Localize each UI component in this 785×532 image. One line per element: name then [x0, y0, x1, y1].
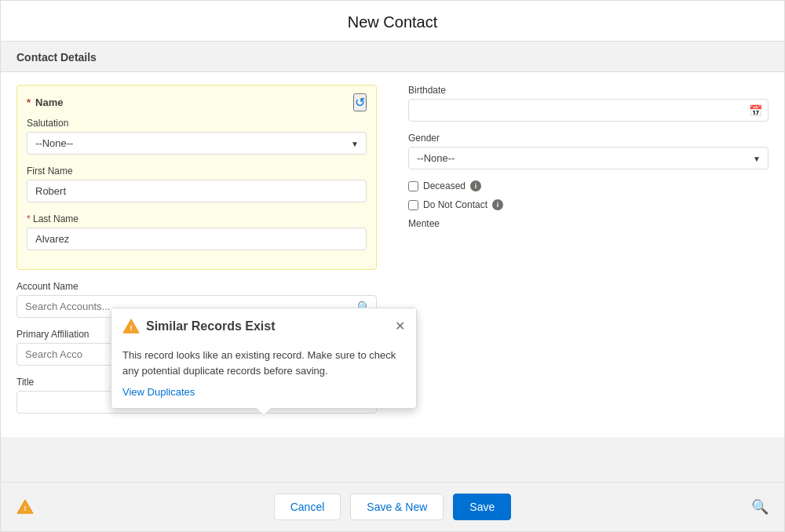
mentee-field: Mentee: [408, 218, 769, 229]
gender-select[interactable]: --None-- Male Female Non-Binary Other: [408, 147, 769, 169]
birthdate-label: Birthdate: [408, 85, 769, 96]
salutation-select-wrapper: --None-- Mr. Ms. Mrs. Dr. Prof.: [27, 132, 367, 155]
first-name-label: First Name: [27, 166, 367, 177]
undo-button[interactable]: ↺: [353, 93, 367, 111]
account-name-label: Account Name: [16, 281, 377, 292]
salutation-field: Salutation --None-- Mr. Ms. Mrs. Dr. Pro…: [27, 118, 367, 155]
duplicate-popup: ! Similar Records Exist ✕ This record lo…: [111, 308, 417, 409]
popup-close-button[interactable]: ✕: [395, 320, 405, 333]
svg-text:!: !: [24, 505, 26, 512]
salutation-select[interactable]: --None-- Mr. Ms. Mrs. Dr. Prof.: [27, 132, 367, 155]
page-title: New Contact: [16, 13, 769, 31]
last-name-label: Last Name: [27, 213, 367, 224]
first-name-field: First Name: [27, 166, 367, 202]
svg-text:!: !: [130, 324, 132, 332]
popup-title: Similar Records Exist: [146, 319, 389, 333]
footer-warning-icon: !: [16, 498, 34, 516]
gender-field: Gender --None-- Male Female Non-Binary O…: [408, 133, 769, 169]
save-button[interactable]: Save: [453, 494, 511, 520]
popup-message: This record looks like an existing recor…: [122, 348, 405, 378]
view-duplicates-link[interactable]: View Duplicates: [122, 386, 195, 398]
save-new-button[interactable]: Save & New: [350, 494, 444, 520]
section-header: Contact Details: [1, 42, 784, 72]
gender-select-wrapper: --None-- Male Female Non-Binary Other: [408, 147, 769, 169]
do-not-contact-field: Do Not Contact i: [408, 199, 769, 210]
deceased-checkbox[interactable]: [408, 181, 418, 191]
do-not-contact-label: Do Not Contact: [423, 199, 487, 210]
required-star: *: [27, 97, 31, 108]
last-name-input[interactable]: [27, 228, 367, 250]
popup-header: ! Similar Records Exist ✕: [111, 308, 416, 341]
birthdate-field: Birthdate 📅: [408, 85, 769, 122]
form-body: * Name ↺ Salutation --None-- Mr.: [1, 72, 784, 437]
last-name-field: Last Name: [27, 213, 367, 250]
popup-body: This record looks like an existing recor…: [111, 341, 416, 408]
birthdate-input[interactable]: [408, 99, 769, 122]
name-label: Name: [35, 97, 63, 108]
deceased-field: Deceased i: [408, 180, 769, 191]
page-footer: ! Cancel Save & New Save 🔍: [1, 482, 784, 531]
cancel-button[interactable]: Cancel: [274, 494, 341, 520]
first-name-input[interactable]: [27, 180, 367, 202]
deceased-info-icon[interactable]: i: [470, 180, 481, 191]
deceased-label: Deceased: [423, 180, 466, 191]
footer-search-icon[interactable]: 🔍: [751, 498, 769, 516]
name-section-title: * Name ↺: [27, 93, 367, 111]
right-column: Birthdate 📅 Gender --None-- Male: [408, 85, 769, 425]
calendar-icon[interactable]: 📅: [749, 104, 762, 117]
birthdate-wrapper: 📅: [408, 99, 769, 122]
page-header: New Contact: [1, 1, 784, 42]
section-label: Contact Details: [16, 51, 97, 64]
page-container: New Contact Contact Details * Name ↺: [0, 0, 785, 532]
gender-label: Gender: [408, 133, 769, 144]
mentee-label: Mentee: [408, 218, 769, 229]
content-area: Contact Details * Name ↺: [1, 42, 784, 482]
popup-arrow: [256, 408, 272, 416]
do-not-contact-info-icon[interactable]: i: [492, 199, 503, 210]
salutation-label: Salutation: [27, 118, 367, 129]
do-not-contact-checkbox[interactable]: [408, 200, 418, 210]
name-section: * Name ↺ Salutation --None-- Mr.: [16, 85, 377, 270]
warning-triangle-icon: !: [122, 318, 140, 335]
